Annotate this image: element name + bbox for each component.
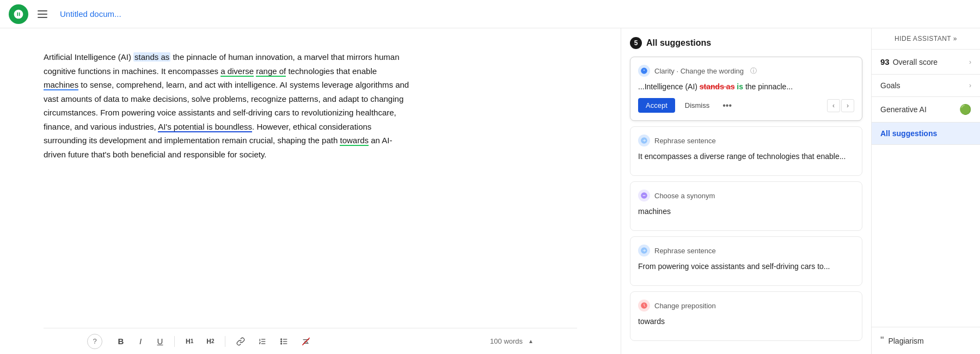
suggestion-type-5: Change preposition — [654, 302, 716, 310]
underline-machines: machines — [44, 80, 78, 90]
h1-button[interactable]: H1 — [181, 335, 198, 347]
suggestion-icon-clarity — [638, 65, 650, 77]
link-button[interactable] — [232, 335, 249, 348]
plagiarism-icon: " — [880, 335, 884, 346]
suggestion-actions-1: Accept Dismiss ••• ‹ › — [638, 98, 854, 113]
suggestion-card-1-header: Clarity · Change the wording ⓘ — [638, 65, 854, 77]
suggestion-card-3[interactable]: Choose a synonym machines — [630, 181, 862, 231]
suggestion-card-3-header: Choose a synonym — [638, 190, 854, 202]
next-arrow[interactable]: › — [841, 99, 854, 112]
suggestion-card-2-header: Rephrase sentence — [638, 135, 854, 147]
generative-ai-label: Generative AI — [880, 105, 959, 114]
svg-point-10 — [281, 341, 282, 342]
svg-point-9 — [281, 339, 282, 340]
svg-line-15 — [303, 338, 310, 345]
all-suggestions-label: All suggestions — [880, 129, 971, 138]
nav-arrows: ‹ › — [827, 99, 854, 112]
word-count: 100 words — [490, 337, 523, 345]
suggestions-panel: 5 All suggestions Clarity · Change the w… — [621, 28, 871, 354]
suggestion-icon-synonym — [638, 190, 650, 202]
suggestion-preview-2: It encompasses a diverse range of techno… — [638, 151, 854, 162]
suggestion-preview-3: machines — [638, 206, 854, 217]
suggestions-count-badge: 5 — [630, 37, 642, 49]
editor-area: Artificial Intelligence (AI) stands as t… — [0, 28, 621, 354]
generative-ai-icon: 🟢 — [959, 103, 971, 115]
strikethrough-text: stands as — [700, 82, 735, 91]
svg-point-11 — [281, 343, 282, 344]
suggestion-preview-1: ...Intelligence (AI) stands as is the pi… — [638, 81, 854, 93]
suggestion-card-4[interactable]: Rephrase sentence From powering voice as… — [630, 236, 862, 286]
menu-button[interactable] — [34, 5, 51, 23]
suggestion-preview-4: From powering voice assistants and self-… — [638, 261, 854, 272]
score-label: Overall score — [893, 58, 969, 66]
accept-button[interactable]: Accept — [638, 98, 675, 113]
topbar: Untitled docum... — [0, 0, 980, 28]
underline-range: range of — [256, 66, 286, 77]
suggestions-title: All suggestions — [646, 38, 711, 48]
unordered-list-button[interactable] — [275, 335, 293, 348]
score-number: 93 — [880, 57, 890, 66]
dismiss-button[interactable]: Dismiss — [679, 98, 715, 113]
h2-button[interactable]: H2 — [202, 335, 218, 347]
suggestion-card-2[interactable]: Rephrase sentence It encompasses a diver… — [630, 126, 862, 176]
grammarly-logo[interactable] — [9, 4, 28, 24]
underline-button[interactable]: U — [152, 334, 168, 348]
svg-rect-1 — [38, 14, 47, 15]
help-button[interactable]: ? — [87, 334, 102, 349]
clear-format-button[interactable] — [297, 335, 315, 348]
hide-assistant-button[interactable]: HIDE ASSISTANT » — [872, 28, 980, 50]
ordered-list-button[interactable] — [254, 335, 271, 348]
underline-diverse: a diverse — [220, 66, 254, 77]
bold-button[interactable]: B — [113, 334, 128, 348]
sidebar-item-all-suggestions[interactable]: All suggestions — [872, 123, 980, 145]
toolbar-divider-1 — [174, 336, 175, 347]
suggestion-type-3: Choose a synonym — [654, 192, 715, 200]
editor-content[interactable]: Artificial Intelligence (AI) stands as t… — [44, 50, 414, 161]
overall-score-item[interactable]: 93 Overall score › — [872, 50, 980, 75]
svg-rect-2 — [38, 17, 47, 18]
svg-rect-0 — [38, 10, 47, 11]
suggestion-card-5[interactable]: Change preposition towards — [630, 291, 862, 341]
doc-title[interactable]: Untitled docum... — [60, 9, 121, 19]
suggestion-type-1: Clarity · Change the wording — [654, 67, 744, 75]
suggestions-header: 5 All suggestions — [630, 37, 862, 49]
goals-chevron-icon: › — [969, 82, 971, 89]
suggestion-card-5-header: Change preposition — [638, 300, 854, 312]
right-sidebar: HIDE ASSISTANT » 93 Overall score › Goal… — [871, 28, 980, 354]
goals-label: Goals — [880, 81, 969, 90]
suggestion-icon-rephrase-2 — [638, 245, 650, 257]
toolbar-divider-2 — [225, 336, 225, 347]
suggestion-icon-preposition — [638, 300, 650, 312]
info-icon-1[interactable]: ⓘ — [750, 66, 757, 76]
more-options-button[interactable]: ••• — [719, 99, 735, 113]
word-count-arrow: ▲ — [528, 338, 534, 344]
suggestion-card-1[interactable]: Clarity · Change the wording ⓘ ...Intell… — [630, 57, 862, 121]
underline-potential: AI's potential is boundless — [158, 122, 252, 132]
replacement-text: is — [737, 82, 743, 91]
sidebar-item-goals[interactable]: Goals › — [872, 75, 980, 97]
suggestion-preview-5: towards — [638, 316, 854, 327]
sidebar-item-generative-ai[interactable]: Generative AI 🟢 — [872, 97, 980, 123]
plagiarism-item[interactable]: " Plagiarism — [872, 327, 980, 354]
prev-arrow[interactable]: ‹ — [827, 99, 840, 112]
bottom-toolbar: ? B I U H1 H2 100 words ▲ — [44, 328, 577, 354]
main-layout: Artificial Intelligence (AI) stands as t… — [0, 28, 980, 354]
suggestion-type-2: Rephrase sentence — [654, 137, 716, 145]
plagiarism-label: Plagiarism — [888, 337, 923, 345]
score-chevron-icon: › — [969, 58, 971, 66]
suggestion-type-4: Rephrase sentence — [654, 247, 716, 255]
suggestion-card-4-header: Rephrase sentence — [638, 245, 854, 257]
highlighted-text: stands as — [133, 52, 170, 62]
italic-button[interactable]: I — [133, 334, 148, 348]
underline-towards: towards — [340, 136, 369, 146]
suggestion-icon-rephrase-1 — [638, 135, 650, 147]
